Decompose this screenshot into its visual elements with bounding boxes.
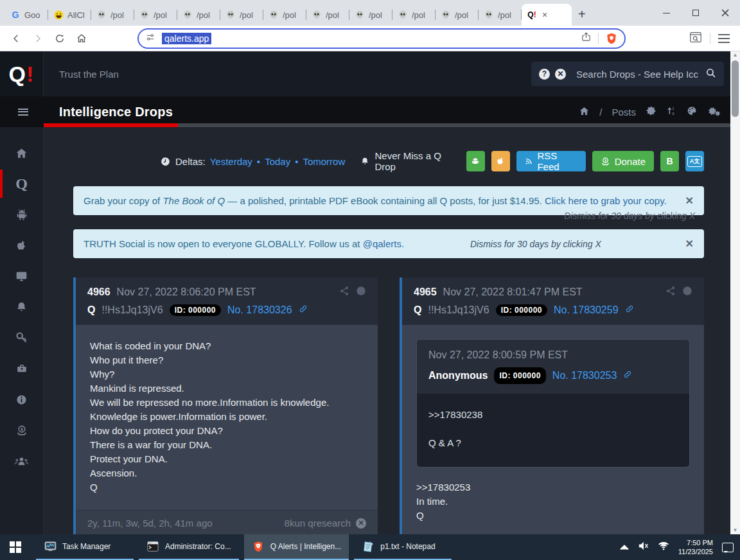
- post-number-link[interactable]: No. 17830326: [227, 304, 292, 316]
- start-button[interactable]: [0, 534, 31, 560]
- tune-icon[interactable]: [145, 32, 155, 45]
- home-icon[interactable]: [579, 106, 590, 118]
- qalerts-logo[interactable]: Q!: [0, 51, 44, 96]
- sort-numeric-icon[interactable]: 19: [666, 105, 676, 118]
- address-bar[interactable]: qalerts.app: [137, 28, 626, 49]
- search-input[interactable]: Search Drops - See Help Icc: [576, 69, 700, 80]
- loading-progress-fill: [44, 123, 178, 127]
- apple-app-button[interactable]: [491, 151, 510, 171]
- breadcrumb-posts[interactable]: Posts: [612, 107, 636, 118]
- share-icon[interactable]: [339, 286, 349, 299]
- link-icon[interactable]: [625, 304, 634, 316]
- android-app-button[interactable]: [466, 151, 485, 171]
- tab-pol-4[interactable]: /pol: [220, 4, 263, 26]
- rss-feed-button[interactable]: RSS Feed: [516, 151, 586, 171]
- brave-shield-icon[interactable]: [605, 32, 618, 45]
- sidebar-item-info[interactable]: [0, 384, 43, 415]
- tab-pol-1[interactable]: /pol: [91, 4, 134, 26]
- sidebar-item-q-drops[interactable]: Q: [0, 168, 43, 199]
- browser-menu-icon[interactable]: [718, 31, 730, 46]
- sidebar-item-apple[interactable]: [0, 230, 43, 261]
- post-header: 4966 Nov 27, 2022 8:06:20 PM EST Q: [76, 277, 378, 325]
- taskbar-app-task-manager[interactable]: Task Manager: [36, 534, 134, 560]
- tray-chevron-up-icon[interactable]: [620, 541, 629, 553]
- truth-banner: TRUTH Social is now open to everyone GLO…: [73, 229, 704, 258]
- search-clear-icon[interactable]: ✕: [555, 69, 566, 80]
- tab-pol-8[interactable]: /pol: [392, 4, 436, 26]
- tab-pol-7[interactable]: /pol: [349, 4, 392, 26]
- back-icon[interactable]: [6, 29, 26, 48]
- taskbar-app-command-prompt[interactable]: C:\_ Administrator: Co...: [139, 534, 239, 560]
- sidebar-item-alerts[interactable]: [0, 292, 43, 322]
- deltas-yesterday-link[interactable]: Yesterday: [210, 156, 252, 167]
- spinner-icon[interactable]: [646, 105, 656, 118]
- post-source[interactable]: 8kun qresearch: [285, 518, 351, 529]
- sidebar-item-desktop[interactable]: [0, 261, 43, 292]
- tray-clock[interactable]: 7:50 PM 11/23/2025: [678, 538, 713, 556]
- action-center-icon[interactable]: [722, 543, 734, 552]
- book-banner-close-icon[interactable]: ✕: [676, 195, 694, 207]
- link-icon[interactable]: [623, 369, 632, 383]
- url-text-selected[interactable]: qalerts.app: [162, 33, 211, 44]
- wifi-icon[interactable]: [658, 541, 669, 553]
- post-line: Q: [416, 509, 690, 523]
- home-icon[interactable]: [72, 29, 91, 48]
- open-post-icon[interactable]: [356, 286, 366, 299]
- bitcoin-button[interactable]: B: [660, 151, 679, 171]
- sidebar-item-home[interactable]: [0, 137, 43, 168]
- tab-pol-6[interactable]: /pol: [306, 4, 349, 26]
- sidebar-item-tools[interactable]: [0, 353, 43, 384]
- truth-banner-close-icon[interactable]: ✕: [676, 238, 694, 250]
- taskbar-app-qalerts-brave[interactable]: Q Alerts | Intelligen...: [244, 534, 349, 560]
- close-window-button[interactable]: [710, 0, 740, 26]
- quote-line[interactable]: >>17830238: [428, 408, 678, 422]
- scroll-up-icon[interactable]: ▲: [733, 51, 738, 59]
- link-icon[interactable]: [299, 304, 308, 316]
- post-line[interactable]: >>17830253: [416, 480, 690, 494]
- post-number-link[interactable]: No. 17830259: [554, 304, 619, 316]
- deltas-tomorrow-link[interactable]: Tomorrow: [303, 156, 345, 167]
- sidebar-toggle-icon[interactable]: [18, 107, 28, 117]
- tab-close-icon[interactable]: ×: [542, 10, 547, 20]
- book-banner-link[interactable]: Click here to grab your copy.: [545, 195, 667, 206]
- truth-banner-link[interactable]: @qalerts.: [363, 238, 404, 249]
- search-box[interactable]: ? ✕ Search Drops - See Help Icc: [531, 62, 724, 86]
- forward-icon[interactable]: [28, 29, 48, 48]
- tab-pol-5[interactable]: /pol: [263, 4, 306, 26]
- share-icon[interactable]: [581, 31, 592, 45]
- search-help-icon[interactable]: ?: [539, 69, 550, 80]
- sidebar-item-access-key[interactable]: [0, 322, 43, 353]
- scroll-down-icon[interactable]: ▼: [733, 527, 738, 534]
- scrollbar-thumb[interactable]: [732, 60, 739, 117]
- sidebar-item-donate[interactable]: $: [0, 415, 43, 446]
- minimize-button[interactable]: [651, 0, 681, 26]
- open-post-icon[interactable]: [682, 286, 692, 299]
- taskbar-app-notepad[interactable]: p1.txt - Notepad: [354, 534, 452, 560]
- speaker-muted-icon[interactable]: [638, 541, 649, 553]
- tab-allc[interactable]: AllCl: [48, 4, 91, 26]
- tab-qalerts-active[interactable]: Q! ×: [522, 4, 572, 26]
- new-tab-button[interactable]: +: [578, 7, 586, 22]
- search-icon[interactable]: [705, 67, 716, 81]
- settings-gears-icon[interactable]: [707, 105, 721, 119]
- quote-number-link[interactable]: No. 17830253: [552, 369, 617, 383]
- page-scrollbar[interactable]: ▲ ▼: [730, 51, 740, 534]
- share-icon[interactable]: [665, 286, 676, 299]
- reload-icon[interactable]: [50, 29, 69, 48]
- maximize-button[interactable]: [681, 0, 710, 26]
- sidebar-item-android[interactable]: [0, 199, 43, 230]
- sidebar-item-community[interactable]: [0, 446, 43, 477]
- palette-icon[interactable]: [686, 105, 698, 118]
- translate-button[interactable]: A文: [685, 151, 704, 171]
- deltas-today-link[interactable]: Today: [265, 156, 290, 167]
- pol-skull-favicon: [182, 10, 193, 20]
- tab-pol-2[interactable]: /pol: [134, 4, 177, 26]
- tab-google[interactable]: G Goo: [5, 4, 48, 26]
- tab-pol-10[interactable]: /pol: [479, 4, 522, 26]
- tab-pol-3[interactable]: /pol: [177, 4, 220, 26]
- tab-pol-9[interactable]: /pol: [436, 4, 479, 26]
- hide-post-icon[interactable]: ✕: [356, 518, 366, 529]
- donate-button[interactable]: $Donate: [592, 151, 654, 171]
- window-search-icon[interactable]: [689, 31, 702, 46]
- tab-label: /pol: [283, 10, 296, 20]
